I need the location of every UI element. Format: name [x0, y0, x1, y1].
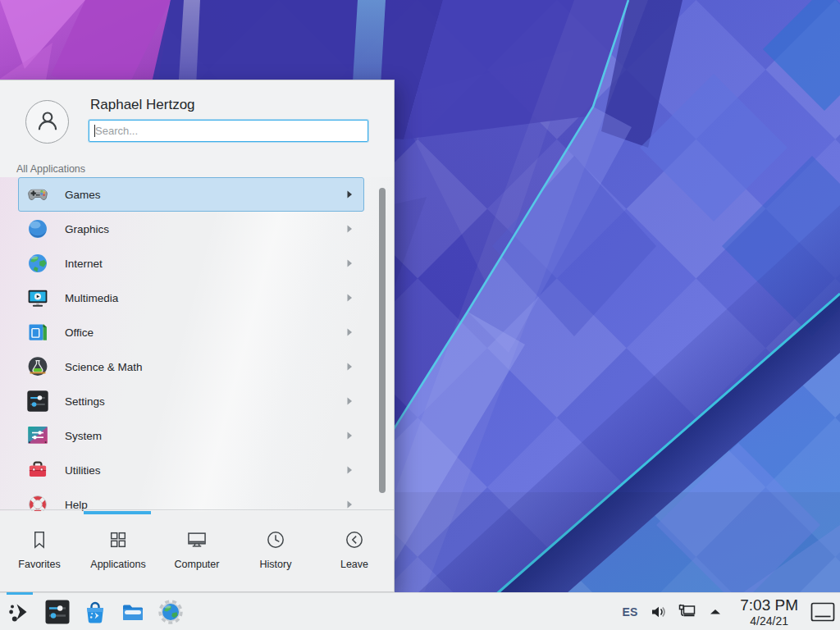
category-item-graphics[interactable]: Graphics — [18, 212, 364, 246]
kde-launcher-icon — [7, 599, 33, 625]
chevron-right-icon — [345, 327, 354, 337]
tray-icon[interactable] — [650, 602, 669, 622]
search-input[interactable] — [89, 120, 368, 142]
chevron-right-icon — [345, 189, 354, 199]
clock-date: 4/24/21 — [740, 615, 798, 627]
category-item-settings[interactable]: Settings — [18, 384, 364, 418]
user-name: Raphael Hertzog — [90, 97, 195, 113]
multimedia-icon — [26, 286, 49, 309]
chevron-right-icon — [345, 431, 354, 441]
launcher-tab-leave[interactable]: Leave — [315, 510, 394, 591]
taskbar-app-web-browser[interactable] — [158, 599, 184, 625]
launcher-tab-computer[interactable]: Computer — [158, 510, 236, 591]
computer-icon — [185, 528, 208, 551]
system-tray: ES 7:03 PM 4/24/21 — [623, 593, 836, 630]
settings-sliders-icon — [44, 599, 71, 625]
chevron-right-icon — [345, 500, 354, 509]
scrollbar-track[interactable] — [379, 177, 386, 509]
graphics-icon — [26, 217, 49, 240]
active-task-indicator — [7, 592, 33, 595]
discover-bag-icon — [82, 599, 108, 625]
taskbar-apps — [7, 599, 184, 625]
chevron-right-icon — [345, 396, 354, 406]
history-icon — [264, 528, 287, 551]
launcher-tab-bar: Favorites Applications Computer History … — [0, 509, 394, 591]
applications-icon — [107, 528, 130, 551]
tray-icons — [650, 602, 733, 622]
category-list: Games Graphics Internet Multimedia — [0, 177, 394, 511]
application-launcher-menu: Raphael Hertzog All Applications Games G… — [0, 80, 395, 592]
category-item-help[interactable]: Help — [18, 487, 364, 511]
category-item-system[interactable]: System — [18, 418, 364, 453]
category-item-multimedia[interactable]: Multimedia — [18, 281, 364, 315]
clock-time: 7:03 PM — [740, 597, 798, 613]
office-icon — [26, 321, 49, 344]
tray-icon[interactable] — [678, 602, 697, 622]
scrollbar-handle[interactable] — [379, 188, 386, 493]
launcher-tab-favorites[interactable]: Favorites — [0, 510, 79, 591]
user-avatar[interactable] — [25, 100, 69, 144]
system-icon — [26, 424, 49, 447]
chevron-right-icon — [345, 224, 354, 234]
taskbar-app-system-settings[interactable] — [44, 599, 71, 625]
internet-icon — [26, 252, 49, 275]
chevron-right-icon — [345, 293, 354, 303]
category-item-games[interactable]: Games — [18, 177, 364, 212]
category-item-office[interactable]: Office — [18, 315, 364, 349]
science-icon — [26, 355, 49, 378]
folder-icon — [120, 599, 146, 625]
chevron-right-icon — [345, 465, 354, 475]
chevron-right-icon — [345, 258, 354, 268]
show-desktop-widget[interactable] — [810, 601, 836, 623]
taskbar-app-discover[interactable] — [82, 599, 108, 625]
utilities-icon — [26, 459, 49, 482]
launcher-tab-applications[interactable]: Applications — [79, 510, 158, 591]
taskbar-app-file-manager[interactable] — [120, 599, 146, 625]
category-item-utilities[interactable]: Utilities — [18, 453, 364, 487]
chevron-right-icon — [345, 362, 354, 372]
digital-clock[interactable]: 7:03 PM 4/24/21 — [740, 597, 798, 627]
leave-icon — [343, 528, 366, 551]
tray-icon[interactable] — [705, 602, 725, 622]
text-caret — [94, 125, 95, 137]
user-avatar-icon — [34, 107, 62, 138]
category-item-internet[interactable]: Internet — [18, 246, 364, 281]
settings-icon — [26, 390, 49, 413]
category-item-science-math[interactable]: Science & Math — [18, 349, 364, 384]
launcher-tab-history[interactable]: History — [236, 510, 315, 591]
taskbar-panel: ES 7:03 PM 4/24/21 — [0, 592, 840, 630]
games-icon — [26, 183, 49, 206]
help-icon — [26, 493, 49, 511]
section-label: All Applications — [16, 163, 85, 175]
favorites-icon — [28, 528, 51, 551]
keyboard-layout-indicator[interactable]: ES — [623, 605, 638, 619]
globe-gear-icon — [158, 599, 184, 625]
taskbar-app-application-launcher[interactable] — [7, 599, 33, 625]
